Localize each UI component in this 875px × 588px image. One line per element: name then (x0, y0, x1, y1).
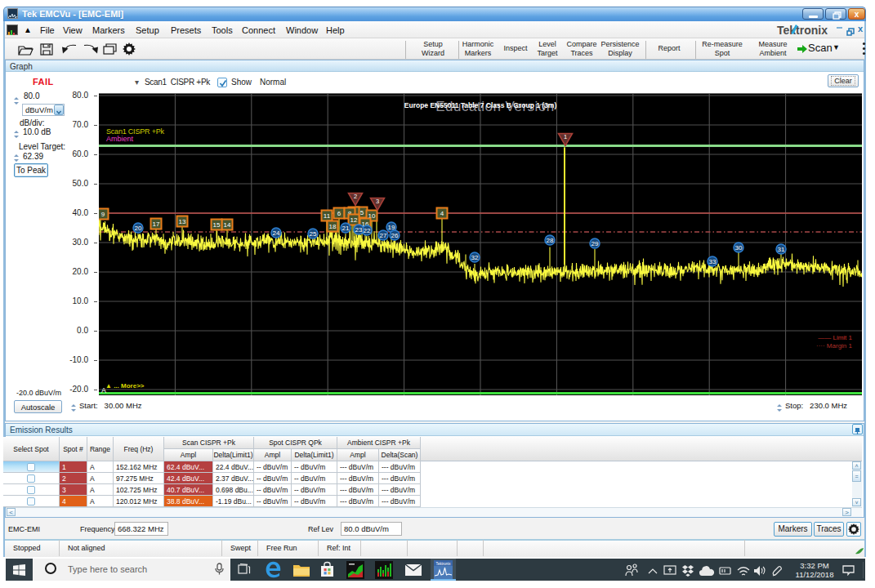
svg-text:4: 4 (440, 210, 444, 217)
svg-text:33: 33 (709, 258, 717, 265)
svg-text:20: 20 (135, 225, 142, 232)
svg-text:15: 15 (213, 221, 221, 229)
svg-text:12: 12 (350, 216, 358, 224)
svg-text:21: 21 (342, 225, 350, 232)
svg-text:26: 26 (391, 232, 399, 239)
svg-text:3: 3 (376, 198, 379, 205)
svg-text:9: 9 (101, 211, 105, 218)
svg-text:11: 11 (324, 212, 331, 220)
svg-text:24: 24 (273, 229, 280, 237)
svg-text:13: 13 (179, 218, 186, 225)
svg-text:28: 28 (547, 237, 554, 244)
svg-text:31: 31 (778, 246, 785, 253)
svg-text:25: 25 (310, 230, 317, 238)
svg-text:17: 17 (153, 220, 160, 228)
svg-text:29: 29 (592, 240, 599, 247)
svg-text:18: 18 (329, 223, 337, 230)
svg-text:23: 23 (355, 226, 363, 234)
svg-text:32: 32 (471, 254, 479, 261)
svg-text:1: 1 (564, 133, 567, 140)
svg-text:30: 30 (735, 244, 743, 252)
svg-text:2: 2 (354, 193, 357, 200)
svg-text:5: 5 (360, 209, 364, 216)
svg-text:22: 22 (364, 227, 371, 234)
svg-text:27: 27 (380, 232, 387, 239)
svg-text:14: 14 (224, 221, 231, 229)
svg-text:Tektronix: Tektronix (435, 562, 451, 566)
svg-text:6: 6 (337, 210, 342, 217)
